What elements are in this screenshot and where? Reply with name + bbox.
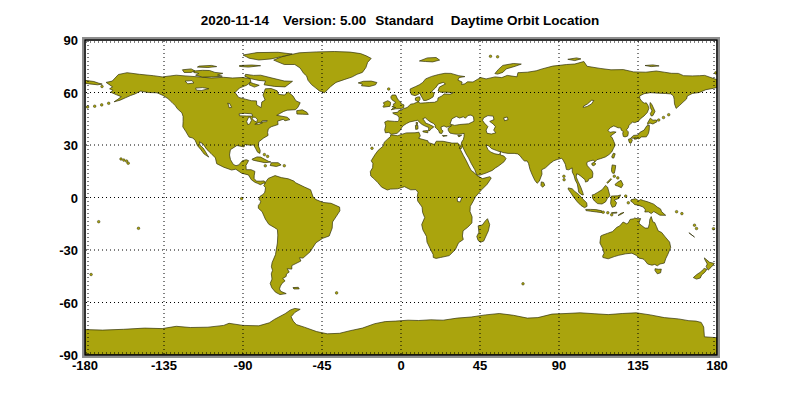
land-honshu (631, 125, 650, 139)
islet (617, 177, 620, 180)
land-borneo (592, 185, 610, 204)
islet (371, 147, 374, 150)
islet (489, 55, 492, 58)
islet (607, 211, 610, 214)
land-palawan (607, 179, 612, 184)
islet (610, 214, 613, 217)
land-taiwan (612, 153, 615, 158)
islet (101, 85, 104, 88)
islet (657, 119, 660, 122)
land-cyprus (458, 135, 462, 137)
islet (93, 105, 96, 108)
islet (602, 211, 605, 214)
land-timor (618, 212, 624, 215)
islet (563, 178, 566, 181)
islet (283, 164, 286, 167)
x-tick-label--45: -45 (313, 358, 332, 373)
x-tick-label--135: -135 (151, 358, 177, 373)
land-newfoundland (297, 110, 309, 115)
world-map-plot (0, 0, 800, 400)
islet (120, 158, 123, 161)
land-south-america (258, 176, 340, 295)
islet (107, 102, 110, 105)
land-kyushu (629, 139, 633, 144)
x-tick-label-135: 135 (627, 358, 649, 373)
y-tick-label--30: -30 (28, 243, 78, 258)
land-tasmania (655, 269, 661, 274)
land-hokkaido (648, 118, 658, 124)
y-tick-label-60: 60 (28, 85, 78, 100)
islet (123, 159, 126, 162)
lake-lake-ontario (261, 121, 267, 122)
islet (613, 175, 616, 178)
islet (90, 273, 93, 276)
islet (681, 212, 684, 215)
land-falkland-islands (293, 287, 299, 289)
land-corsica (416, 122, 418, 125)
land-hainan (592, 162, 596, 165)
land-new-zealand-north (704, 258, 714, 270)
lake-lake-superior (239, 113, 253, 116)
land-new-siberian-islands (645, 65, 659, 67)
islet (675, 210, 678, 213)
land-sulawesi (611, 195, 621, 207)
land-hispaniola (270, 163, 281, 167)
y-tick-label-90: 90 (28, 33, 78, 48)
land-luzon (612, 165, 616, 173)
land-flores (612, 212, 617, 213)
land-svalbard (419, 58, 439, 62)
land-sicily (423, 131, 428, 133)
land-antarctica (85, 308, 717, 355)
x-tick-label-45: 45 (473, 358, 487, 373)
x-tick-label-90: 90 (552, 358, 566, 373)
x-tick-label-180: 180 (706, 358, 728, 373)
islet (137, 227, 140, 230)
islet (335, 292, 338, 295)
islet (387, 88, 390, 91)
land-sri-lanka (541, 182, 545, 187)
land-melville-island (197, 65, 216, 67)
islet (695, 227, 698, 230)
land-new-caledonia (689, 233, 695, 237)
islet (97, 220, 100, 223)
islet (263, 153, 266, 156)
land-new-zealand-south (693, 268, 707, 279)
islet (522, 283, 525, 286)
land-mindanao (615, 180, 623, 187)
land-chukotka-wrap (85, 80, 102, 85)
y-tick-label--90: -90 (28, 348, 78, 363)
islet (86, 106, 89, 109)
islet (496, 56, 499, 59)
land-severnaya-zemlya (568, 58, 581, 61)
land-novaya-zemlya (495, 64, 521, 75)
land-victoria-island (194, 70, 223, 77)
land-banks-island (182, 69, 194, 73)
land-great-britain (391, 95, 404, 110)
land-madagascar (477, 219, 490, 243)
islet (264, 165, 267, 168)
land-iceland (358, 81, 377, 86)
land-sardinia (415, 125, 418, 129)
land-new-guinea (631, 199, 666, 216)
land-crete (442, 135, 447, 136)
islet (127, 162, 130, 165)
map-layer (85, 41, 717, 355)
islet (662, 116, 665, 119)
land-ireland (383, 101, 391, 108)
land-sakhalin (650, 103, 655, 117)
y-tick-label--60: -60 (28, 295, 78, 310)
islet (693, 224, 696, 227)
x-tick-label-0: 0 (397, 358, 404, 373)
land-java (586, 209, 603, 212)
y-tick-label-30: 30 (28, 138, 78, 153)
islet (667, 113, 670, 116)
islet (627, 202, 630, 205)
land-australia (600, 217, 671, 266)
x-tick-label--90: -90 (234, 358, 253, 373)
islet (563, 175, 566, 178)
islet (266, 155, 269, 158)
land-southampton-island (249, 82, 259, 87)
islet (100, 104, 103, 107)
y-tick-label-0: 0 (28, 190, 78, 205)
